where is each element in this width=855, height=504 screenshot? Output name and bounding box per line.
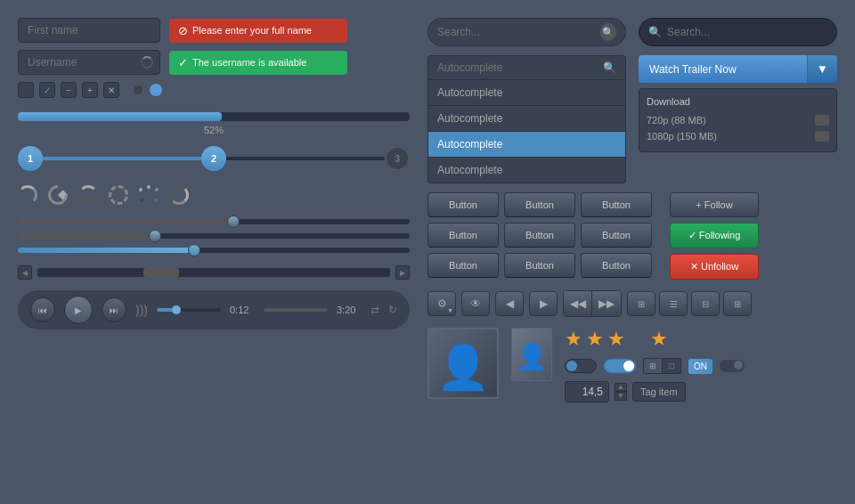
autocomplete-item-0[interactable]: Autocomplete <box>428 80 625 106</box>
shuffle-icon[interactable]: ⇄ <box>370 304 379 316</box>
prev-media-button[interactable]: ◀ <box>495 291 524 316</box>
next-media-button[interactable]: ▶ <box>529 291 558 316</box>
step-3[interactable]: 3 <box>385 146 410 171</box>
star-5[interactable]: ★ <box>650 328 668 351</box>
buttons-grid-section: Button Button Button Button Button Butto… <box>428 192 652 283</box>
toggle-1[interactable] <box>565 359 597 373</box>
btn-1-1[interactable]: Button <box>428 192 499 217</box>
search-icon-1[interactable]: 🔍 <box>600 23 616 41</box>
star-3[interactable]: ★ <box>607 328 625 351</box>
star-1[interactable]: ★ <box>565 328 582 351</box>
total-progress[interactable] <box>264 308 328 312</box>
slider-handle-3[interactable] <box>188 244 200 256</box>
btn-3-3[interactable]: Button <box>581 253 652 278</box>
download-720[interactable]: 720p (88 MB) <box>647 112 829 128</box>
toggle-track-2[interactable] <box>604 359 636 373</box>
search-bar-1[interactable]: 🔍 <box>428 18 626 46</box>
next-button[interactable]: ⏭ <box>102 297 126 322</box>
checkbox-cross[interactable] <box>103 82 119 98</box>
btn-2-2[interactable]: Button <box>504 223 575 248</box>
toggle-track-1[interactable] <box>565 359 597 373</box>
slider-handle-2[interactable] <box>149 230 161 242</box>
autocomplete-item-2[interactable]: Autocomplete <box>428 132 625 158</box>
btn-grid-1: Button Button Button <box>428 192 652 217</box>
view-tiles-button[interactable]: ⊞ <box>723 291 752 316</box>
avatar-silhouette: 👤 <box>436 346 490 389</box>
skip-fwd-button[interactable]: ▶▶ <box>592 291 621 316</box>
slider-1[interactable] <box>18 219 410 224</box>
slider-3[interactable] <box>18 248 410 253</box>
controls-bottom: ⊞ ⊡ ON <box>565 358 745 374</box>
play-button[interactable]: ▶ <box>64 296 93 324</box>
radio-selected[interactable] <box>150 84 162 96</box>
checkbox-checked[interactable] <box>39 82 55 98</box>
num-down[interactable]: ▼ <box>615 392 627 401</box>
star-2[interactable]: ★ <box>586 328 604 351</box>
step-1[interactable]: 1 <box>18 146 43 171</box>
number-input[interactable]: 14,5 <box>565 381 609 402</box>
view-list-button[interactable]: ☰ <box>659 291 688 316</box>
player-progress[interactable] <box>157 308 221 312</box>
skip-back-button[interactable]: ◀◀ <box>564 291 592 316</box>
scroll-left-arrow[interactable]: ◀ <box>18 265 32 280</box>
checkbox-unchecked[interactable] <box>18 82 34 98</box>
volume-icon[interactable]: ))) <box>135 303 148 317</box>
scroll-thumb[interactable] <box>143 268 179 277</box>
eye-button[interactable]: 👁 <box>461 291 490 316</box>
scroll-right-arrow[interactable]: ▶ <box>395 265 410 280</box>
autocomplete-input-row[interactable]: 🔍 <box>428 55 626 80</box>
checkbox-plus[interactable] <box>82 82 98 98</box>
username-input[interactable] <box>18 50 160 75</box>
btn-1-2[interactable]: Button <box>504 192 575 217</box>
toggle-off-switch[interactable] <box>720 360 745 372</box>
scrollbar-row: ◀ ▶ <box>18 265 410 280</box>
watch-trailer-button[interactable]: Watch Trailer Now <box>639 55 807 83</box>
tag-input[interactable]: Tag item <box>632 382 686 402</box>
grid-btn-2[interactable]: ⊡ <box>663 358 681 374</box>
num-up[interactable]: ▲ <box>615 383 627 392</box>
search-bar-2[interactable]: 🔍 <box>639 18 837 46</box>
toggle-2[interactable] <box>604 359 636 373</box>
autocomplete-item-3[interactable]: Autocomplete <box>428 158 625 183</box>
btn-3-1[interactable]: Button <box>428 253 499 278</box>
stars-row: ★ ★ ★ ★ ★ <box>565 328 745 351</box>
step-slider[interactable]: 1 2 3 <box>18 146 410 171</box>
settings-button[interactable]: ⚙ ▼ <box>428 291 456 316</box>
following-button[interactable]: ✓ Following <box>670 223 759 248</box>
player-handle[interactable] <box>172 305 181 314</box>
view-grid-button[interactable]: ⊞ <box>627 291 656 316</box>
follow-button[interactable]: + Follow <box>670 192 759 217</box>
progress-bar-container <box>18 112 410 121</box>
btn-1-3[interactable]: Button <box>581 192 652 217</box>
toggle-on-label[interactable]: ON <box>688 359 712 374</box>
search-input-1[interactable] <box>437 26 595 38</box>
btn-2-3[interactable]: Button <box>581 223 652 248</box>
radio-unselected[interactable] <box>132 84 144 96</box>
autocomplete-input[interactable] <box>437 61 598 74</box>
grid-btn-1[interactable]: ⊞ <box>643 358 663 374</box>
slider-2[interactable] <box>18 233 410 239</box>
btn-2-1[interactable]: Button <box>428 223 499 248</box>
first-name-input[interactable] <box>18 18 160 43</box>
avatar-silhouette-sm: 👤 <box>517 345 548 370</box>
download-title: Download <box>647 96 829 107</box>
step-2[interactable]: 2 <box>201 146 226 171</box>
search-input-2[interactable] <box>667 26 827 38</box>
scroll-track[interactable] <box>37 268 390 277</box>
view-cols-button[interactable]: ⊟ <box>691 291 720 316</box>
avatar-large: 👤 <box>428 328 499 399</box>
prev-button[interactable]: ⏮ <box>30 297 55 322</box>
repeat-icon[interactable]: ↻ <box>388 304 397 316</box>
star-4[interactable]: ★ <box>629 328 647 351</box>
progress-section: 52% <box>18 112 410 135</box>
checkbox-minus[interactable] <box>61 82 77 98</box>
watch-trailer-arrow[interactable]: ▼ <box>807 55 837 83</box>
slider-handle-1[interactable] <box>227 215 240 228</box>
btn-3-2[interactable]: Button <box>504 253 575 278</box>
unfollow-button[interactable]: ✕ Unfollow <box>670 254 759 280</box>
autocomplete-item-1[interactable]: Autocomplete <box>428 106 625 132</box>
sliders-section <box>18 219 410 253</box>
download-1080[interactable]: 1080p (150 MB) <box>647 128 829 144</box>
media-controls-row: ⚙ ▼ 👁 ◀ ▶ ◀◀ ▶▶ ⊞ ☰ ⊟ ⊞ <box>428 290 837 317</box>
number-input-row: 14,5 ▲ ▼ Tag item <box>565 381 745 402</box>
